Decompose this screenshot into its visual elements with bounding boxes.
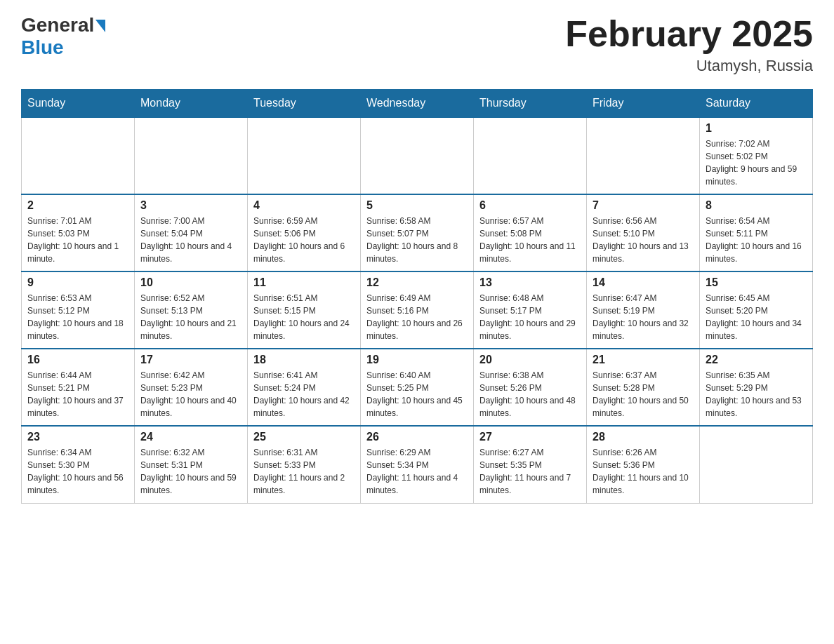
day-info: Sunrise: 6:47 AMSunset: 5:19 PMDaylight:… <box>593 292 694 342</box>
day-info: Sunrise: 6:58 AMSunset: 5:07 PMDaylight:… <box>366 215 468 265</box>
calendar-week-row: 1Sunrise: 7:02 AMSunset: 5:02 PMDaylight… <box>22 117 813 194</box>
day-info: Sunrise: 6:56 AMSunset: 5:10 PMDaylight:… <box>593 215 694 265</box>
calendar-day-cell <box>248 117 361 194</box>
calendar-day-cell: 25Sunrise: 6:31 AMSunset: 5:33 PMDayligh… <box>248 426 361 503</box>
calendar-day-cell <box>135 117 248 194</box>
day-of-week-header: Monday <box>135 90 248 118</box>
calendar-day-cell: 12Sunrise: 6:49 AMSunset: 5:16 PMDayligh… <box>361 271 474 349</box>
calendar-day-cell <box>22 117 135 194</box>
calendar-day-cell: 5Sunrise: 6:58 AMSunset: 5:07 PMDaylight… <box>361 194 474 271</box>
day-info: Sunrise: 6:44 AMSunset: 5:21 PMDaylight:… <box>27 369 128 420</box>
day-info: Sunrise: 6:40 AMSunset: 5:25 PMDaylight:… <box>366 369 468 420</box>
calendar-day-cell: 19Sunrise: 6:40 AMSunset: 5:25 PMDayligh… <box>361 349 474 426</box>
calendar-week-row: 9Sunrise: 6:53 AMSunset: 5:12 PMDaylight… <box>22 271 813 349</box>
day-number: 16 <box>27 354 128 366</box>
calendar-day-cell: 1Sunrise: 7:02 AMSunset: 5:02 PMDaylight… <box>700 117 813 194</box>
calendar-day-cell: 20Sunrise: 6:38 AMSunset: 5:26 PMDayligh… <box>474 349 587 426</box>
day-info: Sunrise: 6:27 AMSunset: 5:35 PMDaylight:… <box>479 446 581 497</box>
day-info: Sunrise: 6:51 AMSunset: 5:15 PMDaylight:… <box>253 292 355 342</box>
calendar-day-cell: 9Sunrise: 6:53 AMSunset: 5:12 PMDaylight… <box>22 271 135 349</box>
logo-general-text: General <box>21 14 94 36</box>
calendar-week-row: 2Sunrise: 7:01 AMSunset: 5:03 PMDaylight… <box>22 194 813 271</box>
calendar-day-cell: 23Sunrise: 6:34 AMSunset: 5:30 PMDayligh… <box>22 426 135 503</box>
calendar-day-cell: 13Sunrise: 6:48 AMSunset: 5:17 PMDayligh… <box>474 271 587 349</box>
day-number: 3 <box>140 199 241 212</box>
day-of-week-header: Saturday <box>700 90 813 118</box>
day-number: 15 <box>706 276 807 289</box>
day-number: 10 <box>140 276 241 289</box>
calendar-day-cell <box>474 117 587 194</box>
day-number: 6 <box>479 199 581 212</box>
day-number: 2 <box>27 199 128 212</box>
day-info: Sunrise: 6:29 AMSunset: 5:34 PMDaylight:… <box>366 446 468 497</box>
day-of-week-header: Thursday <box>474 90 587 118</box>
day-info: Sunrise: 6:26 AMSunset: 5:36 PMDaylight:… <box>593 446 694 497</box>
day-number: 4 <box>253 199 355 212</box>
calendar-day-cell: 8Sunrise: 6:54 AMSunset: 5:11 PMDaylight… <box>700 194 813 271</box>
calendar-table: SundayMondayTuesdayWednesdayThursdayFrid… <box>21 89 813 504</box>
calendar-day-cell: 22Sunrise: 6:35 AMSunset: 5:29 PMDayligh… <box>700 349 813 426</box>
day-info: Sunrise: 7:00 AMSunset: 5:04 PMDaylight:… <box>140 215 241 265</box>
day-of-week-header: Sunday <box>22 90 135 118</box>
day-info: Sunrise: 6:59 AMSunset: 5:06 PMDaylight:… <box>253 215 355 265</box>
day-info: Sunrise: 6:52 AMSunset: 5:13 PMDaylight:… <box>140 292 241 342</box>
calendar-subtitle: Utamysh, Russia <box>565 57 813 75</box>
calendar-day-cell: 17Sunrise: 6:42 AMSunset: 5:23 PMDayligh… <box>135 349 248 426</box>
day-number: 17 <box>140 354 241 366</box>
page-header: General Blue February 2025 Utamysh, Russ… <box>21 14 813 75</box>
day-number: 5 <box>366 199 468 212</box>
day-info: Sunrise: 6:35 AMSunset: 5:29 PMDaylight:… <box>706 369 807 420</box>
calendar-day-cell: 28Sunrise: 6:26 AMSunset: 5:36 PMDayligh… <box>587 426 700 503</box>
calendar-day-cell: 7Sunrise: 6:56 AMSunset: 5:10 PMDaylight… <box>587 194 700 271</box>
day-number: 22 <box>706 354 807 366</box>
day-number: 24 <box>140 431 241 443</box>
calendar-day-cell <box>700 426 813 503</box>
day-info: Sunrise: 6:48 AMSunset: 5:17 PMDaylight:… <box>479 292 581 342</box>
day-number: 8 <box>706 199 807 212</box>
day-info: Sunrise: 6:34 AMSunset: 5:30 PMDaylight:… <box>27 446 128 497</box>
day-number: 21 <box>593 354 694 366</box>
day-info: Sunrise: 6:45 AMSunset: 5:20 PMDaylight:… <box>706 292 807 342</box>
day-info: Sunrise: 6:32 AMSunset: 5:31 PMDaylight:… <box>140 446 241 497</box>
day-info: Sunrise: 6:41 AMSunset: 5:24 PMDaylight:… <box>253 369 355 420</box>
logo-blue-text: Blue <box>21 36 64 59</box>
day-of-week-header: Tuesday <box>248 90 361 118</box>
day-number: 28 <box>593 431 694 443</box>
day-number: 12 <box>366 276 468 289</box>
day-number: 20 <box>479 354 581 366</box>
day-number: 7 <box>593 199 694 212</box>
calendar-day-cell: 24Sunrise: 6:32 AMSunset: 5:31 PMDayligh… <box>135 426 248 503</box>
day-number: 25 <box>253 431 355 443</box>
calendar-day-cell: 11Sunrise: 6:51 AMSunset: 5:15 PMDayligh… <box>248 271 361 349</box>
calendar-day-cell: 27Sunrise: 6:27 AMSunset: 5:35 PMDayligh… <box>474 426 587 503</box>
calendar-day-cell: 16Sunrise: 6:44 AMSunset: 5:21 PMDayligh… <box>22 349 135 426</box>
logo: General Blue <box>21 14 105 59</box>
day-info: Sunrise: 6:53 AMSunset: 5:12 PMDaylight:… <box>27 292 128 342</box>
calendar-day-cell: 15Sunrise: 6:45 AMSunset: 5:20 PMDayligh… <box>700 271 813 349</box>
day-number: 1 <box>706 122 807 135</box>
calendar-day-cell: 4Sunrise: 6:59 AMSunset: 5:06 PMDaylight… <box>248 194 361 271</box>
day-number: 14 <box>593 276 694 289</box>
day-info: Sunrise: 6:31 AMSunset: 5:33 PMDaylight:… <box>253 446 355 497</box>
calendar-day-cell: 21Sunrise: 6:37 AMSunset: 5:28 PMDayligh… <box>587 349 700 426</box>
calendar-week-row: 23Sunrise: 6:34 AMSunset: 5:30 PMDayligh… <box>22 426 813 503</box>
day-number: 27 <box>479 431 581 443</box>
logo-arrow-icon <box>95 20 105 32</box>
calendar-day-cell: 10Sunrise: 6:52 AMSunset: 5:13 PMDayligh… <box>135 271 248 349</box>
day-of-week-header: Friday <box>587 90 700 118</box>
day-info: Sunrise: 6:42 AMSunset: 5:23 PMDaylight:… <box>140 369 241 420</box>
day-number: 26 <box>366 431 468 443</box>
day-info: Sunrise: 6:49 AMSunset: 5:16 PMDaylight:… <box>366 292 468 342</box>
day-info: Sunrise: 6:57 AMSunset: 5:08 PMDaylight:… <box>479 215 581 265</box>
calendar-day-cell: 26Sunrise: 6:29 AMSunset: 5:34 PMDayligh… <box>361 426 474 503</box>
calendar-header-row: SundayMondayTuesdayWednesdayThursdayFrid… <box>22 90 813 118</box>
day-info: Sunrise: 6:54 AMSunset: 5:11 PMDaylight:… <box>706 215 807 265</box>
title-section: February 2025 Utamysh, Russia <box>565 14 813 75</box>
calendar-day-cell: 18Sunrise: 6:41 AMSunset: 5:24 PMDayligh… <box>248 349 361 426</box>
calendar-day-cell: 3Sunrise: 7:00 AMSunset: 5:04 PMDaylight… <box>135 194 248 271</box>
calendar-day-cell: 14Sunrise: 6:47 AMSunset: 5:19 PMDayligh… <box>587 271 700 349</box>
calendar-day-cell: 6Sunrise: 6:57 AMSunset: 5:08 PMDaylight… <box>474 194 587 271</box>
day-number: 13 <box>479 276 581 289</box>
calendar-week-row: 16Sunrise: 6:44 AMSunset: 5:21 PMDayligh… <box>22 349 813 426</box>
day-of-week-header: Wednesday <box>361 90 474 118</box>
